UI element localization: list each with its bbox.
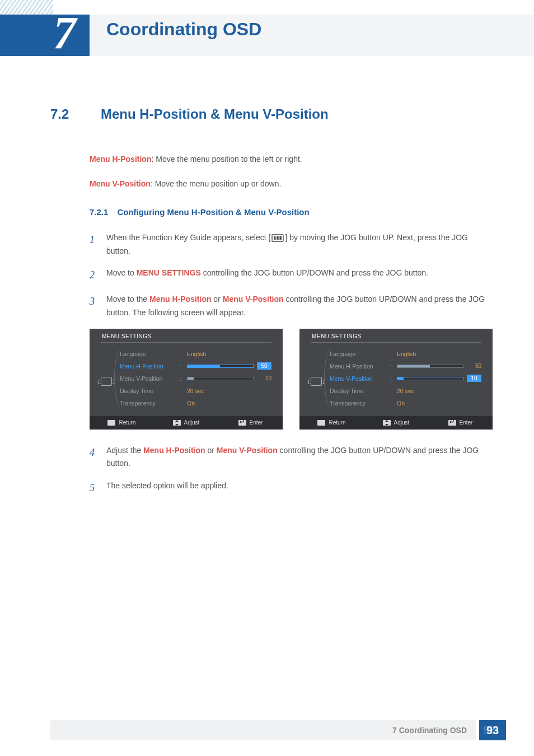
subsection-number: 7.2.1: [90, 207, 108, 217]
return-label: Return: [329, 419, 345, 426]
step-4d: Menu V-Position: [217, 446, 278, 455]
intro-v: Menu V-Position: Move the menu position …: [90, 178, 493, 190]
row-label: Menu H-Position: [330, 363, 387, 370]
step-text: Move to MENU SETTINGS controlling the JO…: [106, 267, 493, 284]
osd-adjust-hint: Adjust: [364, 416, 428, 430]
step-text: Adjust the Menu H-Position or Menu V-Pos…: [106, 444, 493, 471]
chapter-number: 7: [53, 7, 76, 59]
row-colon: :: [390, 351, 394, 357]
slider-icon: [397, 377, 464, 380]
intro-h-label: Menu H-Position: [90, 155, 151, 164]
row-value: English: [187, 351, 206, 357]
row-colon: :: [180, 363, 184, 370]
osd-screenshot-hpos: MENU SETTINGS Language:English Menu H-Po…: [90, 329, 283, 430]
footer-text: 7 Coordinating OSD: [392, 726, 467, 735]
osd-row-transparency: Transparency:On: [120, 397, 271, 409]
adjust-icon: [173, 420, 181, 426]
step-num: 2: [90, 267, 106, 284]
row-label: Language: [330, 351, 387, 357]
adjust-label: Adjust: [394, 419, 410, 426]
step-3b: Menu H-Position: [149, 295, 211, 304]
step-4a: Adjust the: [106, 446, 143, 455]
osd-row-vpos: Menu V-Position:10: [120, 372, 271, 385]
enter-icon: [238, 420, 246, 426]
row-value: 50: [257, 362, 271, 370]
return-label: Return: [119, 419, 135, 426]
osd-row-hpos: Menu H-Position:50: [120, 360, 271, 372]
row-value: English: [397, 351, 416, 357]
row-label: Menu V-Position: [120, 375, 177, 382]
svg-rect-3: [280, 236, 282, 240]
osd-return-hint: Return: [299, 416, 364, 430]
footer-bar: 7 Coordinating OSD: [50, 720, 476, 740]
row-label: Menu H-Position: [120, 363, 177, 370]
row-value: 50: [467, 363, 481, 369]
step-2a: Move to: [106, 268, 137, 277]
step-text: When the Function Key Guide appears, sel…: [106, 231, 493, 258]
chapter-title: Coordinating OSD: [106, 19, 261, 40]
row-colon: :: [390, 363, 394, 370]
page-footer: 7 Coordinating OSD 93 93: [50, 720, 506, 740]
intro-v-label: Menu V-Position: [90, 179, 151, 188]
enter-label: Enter: [250, 419, 263, 426]
row-label: Transparency: [120, 400, 177, 407]
section-title: Menu H-Position & Menu V-Position: [101, 106, 329, 122]
osd-row-vpos: Menu V-Position:10: [330, 372, 481, 385]
step-num: 1: [90, 231, 106, 258]
step-3a: Move to the: [106, 295, 149, 304]
osd-return-hint: Return: [90, 416, 154, 430]
osd-footer: Return Adjust Enter: [90, 416, 283, 430]
section-heading: 7.2 Menu H-Position & Menu V-Position: [50, 106, 493, 122]
osd-rows: Language:English Menu H-Position:50 Menu…: [330, 348, 481, 409]
step-text: Move to the Menu H-Position or Menu V-Po…: [106, 293, 493, 320]
osd-row-language: Language:English: [330, 348, 481, 360]
row-colon: :: [180, 400, 184, 407]
row-label: Menu V-Position: [330, 375, 387, 382]
osd-separator: [101, 342, 271, 343]
step-4b: Menu H-Position: [143, 446, 205, 455]
enter-icon: [448, 420, 456, 426]
page-content: 7.2 Menu H-Position & Menu V-Position Me…: [50, 106, 493, 506]
row-label: Transparency: [330, 400, 387, 407]
slider-icon: [187, 365, 254, 368]
adjust-label: Adjust: [184, 419, 200, 426]
osd-row-display-time: Display Time:20 sec: [120, 385, 271, 397]
intro-h: Menu H-Position: Move the menu position …: [90, 153, 493, 165]
osd-category-icon: [101, 377, 112, 386]
osd-enter-hint: Enter: [428, 416, 493, 430]
osd-title: MENU SETTINGS: [102, 333, 152, 339]
osd-row-transparency: Transparency:On: [330, 397, 481, 409]
step-3d: Menu V-Position: [223, 295, 284, 304]
chapter-badge: [0, 15, 90, 56]
step-num: 5: [90, 479, 106, 497]
step-2b: MENU SETTINGS: [137, 268, 201, 277]
slider-icon: [397, 365, 464, 368]
osd-row-hpos: Menu H-Position:50: [330, 360, 481, 372]
svg-rect-2: [277, 236, 279, 240]
step-text: The selected option will be applied.: [106, 479, 493, 497]
step-num: 4: [90, 444, 106, 471]
row-value: 20 sec: [187, 388, 204, 394]
step-2c: controlling the JOG button UP/DOWN and p…: [201, 268, 428, 277]
section-number: 7.2: [50, 106, 84, 122]
intro-v-desc: : Move the menu position up or down.: [151, 179, 281, 188]
row-label: Display Time: [330, 388, 387, 394]
return-icon: [107, 420, 115, 426]
osd-title: MENU SETTINGS: [312, 333, 362, 339]
row-value: 20 sec: [397, 388, 414, 394]
row-colon: :: [390, 400, 394, 407]
osd-row-display-time: Display Time:20 sec: [330, 385, 481, 397]
row-colon: :: [180, 351, 184, 357]
osd-screenshot-vpos: MENU SETTINGS Language:English Menu H-Po…: [299, 329, 493, 430]
osd-screenshots: MENU SETTINGS Language:English Menu H-Po…: [90, 329, 493, 430]
return-icon: [317, 420, 325, 426]
page-number-text: 93: [486, 724, 499, 737]
step-num: 3: [90, 293, 106, 320]
page-number: 93 93: [479, 720, 506, 740]
subsection-title: Configuring Menu H-Position & Menu V-Pos…: [117, 207, 309, 217]
row-colon: :: [390, 375, 394, 382]
step-2: 2 Move to MENU SETTINGS controlling the …: [90, 267, 493, 284]
step-5: 5 The selected option will be applied.: [90, 479, 493, 497]
step-1a: When the Function Key Guide appears, sel…: [106, 233, 269, 242]
row-label: Display Time: [120, 388, 177, 394]
